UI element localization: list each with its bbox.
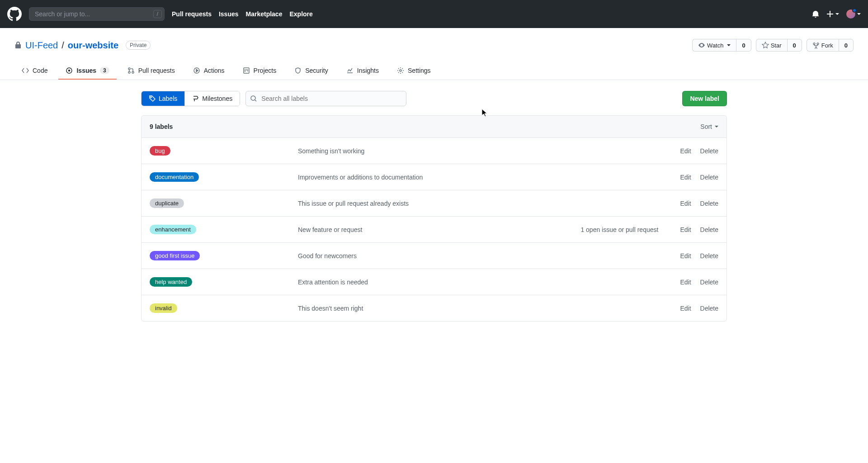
labels-milestones-toggle: Labels Milestones	[141, 91, 240, 106]
delete-label-link[interactable]: Delete	[700, 226, 718, 233]
label-pill[interactable]: enhancement	[150, 225, 196, 234]
user-menu[interactable]	[846, 9, 861, 19]
chevron-down-icon	[715, 126, 718, 128]
edit-label-link[interactable]: Edit	[680, 279, 691, 286]
fork-icon	[812, 42, 820, 49]
svg-point-4	[132, 71, 134, 73]
delete-label-link[interactable]: Delete	[700, 252, 718, 260]
milestones-toggle-label: Milestones	[202, 95, 232, 102]
edit-label-link[interactable]: Edit	[680, 174, 691, 181]
svg-point-9	[251, 96, 255, 100]
edit-label-link[interactable]: Edit	[680, 252, 691, 260]
notifications-icon[interactable]	[812, 10, 819, 18]
play-icon	[193, 67, 200, 74]
chevron-down-icon	[857, 13, 861, 15]
github-logo[interactable]	[7, 7, 22, 21]
edit-label-link[interactable]: Edit	[680, 147, 691, 155]
global-search-input[interactable]	[29, 7, 165, 21]
label-actions: Edit Delete	[680, 200, 718, 207]
svg-point-7	[400, 70, 401, 71]
delete-label-link[interactable]: Delete	[700, 174, 718, 181]
svg-point-8	[151, 97, 151, 98]
nav-pull-requests[interactable]: Pull requests	[172, 10, 212, 18]
tab-code[interactable]: Code	[14, 62, 55, 80]
label-pill[interactable]: help wanted	[150, 277, 192, 287]
label-row: good first issue Good for newcomers Edit…	[142, 243, 726, 269]
watch-count[interactable]: 0	[736, 39, 751, 52]
label-name-cell: bug	[150, 146, 298, 156]
label-pill[interactable]: duplicate	[150, 198, 184, 208]
edit-label-link[interactable]: Edit	[680, 305, 691, 312]
labels-toggle[interactable]: Labels	[142, 91, 184, 106]
delete-label-link[interactable]: Delete	[700, 305, 718, 312]
star-group: Star 0	[756, 39, 802, 52]
tab-label: Insights	[357, 67, 379, 74]
fork-count[interactable]: 0	[839, 39, 854, 52]
new-label-button[interactable]: New label	[682, 91, 727, 106]
tab-settings[interactable]: Settings	[390, 62, 438, 80]
graph-icon	[346, 67, 354, 74]
sort-dropdown[interactable]: Sort	[700, 123, 718, 130]
label-pill[interactable]: bug	[150, 146, 170, 156]
tab-label: Pull requests	[138, 67, 175, 74]
svg-point-2	[128, 68, 130, 70]
label-search-input[interactable]	[245, 91, 406, 106]
label-name-cell: invalid	[150, 303, 298, 313]
path-separator: /	[61, 40, 64, 51]
label-row: bug Something isn't working Edit Delete	[142, 138, 726, 164]
label-pill[interactable]: invalid	[150, 303, 177, 313]
tab-label: Projects	[254, 67, 277, 74]
issue-icon	[66, 67, 73, 74]
labels-subnav: Labels Milestones New label	[141, 91, 727, 106]
milestones-toggle[interactable]: Milestones	[184, 91, 240, 106]
tab-projects[interactable]: Projects	[236, 62, 284, 80]
label-actions: Edit Delete	[680, 252, 718, 260]
label-name-cell: good first issue	[150, 251, 298, 260]
star-label: Star	[771, 42, 782, 49]
eye-icon	[698, 42, 705, 49]
delete-label-link[interactable]: Delete	[700, 200, 718, 207]
labels-list-header: 9 labels Sort	[142, 116, 726, 138]
tab-insights[interactable]: Insights	[339, 62, 386, 80]
watch-group: Watch 0	[692, 39, 751, 52]
tab-label: Code	[33, 67, 47, 74]
create-new-dropdown[interactable]	[826, 10, 839, 18]
label-meta[interactable]: 1 open issue or pull request	[580, 226, 680, 233]
label-actions: Edit Delete	[680, 279, 718, 286]
edit-label-link[interactable]: Edit	[680, 200, 691, 207]
fork-label: Fork	[821, 42, 833, 49]
nav-issues[interactable]: Issues	[219, 10, 239, 18]
repo-title: UI-Feed / our-website Private	[14, 40, 151, 51]
edit-label-link[interactable]: Edit	[680, 226, 691, 233]
tab-issues[interactable]: Issues 3	[58, 62, 116, 80]
fork-button[interactable]: Fork	[807, 39, 839, 52]
repo-name-link[interactable]: our-website	[68, 40, 118, 51]
labels-rows-container: bug Something isn't working Edit Delete …	[142, 138, 726, 321]
tab-security[interactable]: Security	[287, 62, 335, 80]
nav-explore[interactable]: Explore	[289, 10, 312, 18]
tag-icon	[149, 95, 156, 102]
label-pill[interactable]: documentation	[150, 172, 199, 182]
repo-owner-link[interactable]: UI-Feed	[25, 40, 58, 51]
label-row: documentation Improvements or additions …	[142, 164, 726, 190]
privacy-badge: Private	[126, 41, 151, 50]
svg-point-1	[69, 70, 70, 71]
star-count[interactable]: 0	[787, 39, 802, 52]
star-button[interactable]: Star	[756, 39, 787, 52]
global-header: / Pull requests Issues Marketplace Explo…	[0, 0, 868, 28]
tab-pull-requests[interactable]: Pull requests	[120, 62, 182, 80]
label-description: Improvements or additions to documentati…	[298, 174, 580, 181]
delete-label-link[interactable]: Delete	[700, 147, 718, 155]
header-right	[812, 9, 861, 19]
label-name-cell: documentation	[150, 172, 298, 182]
tab-actions[interactable]: Actions	[186, 62, 232, 80]
fork-group: Fork 0	[807, 39, 854, 52]
chevron-down-icon	[835, 13, 839, 15]
delete-label-link[interactable]: Delete	[700, 279, 718, 286]
label-search	[245, 91, 406, 106]
watch-button[interactable]: Watch	[692, 39, 736, 52]
label-row: duplicate This issue or pull request alr…	[142, 190, 726, 217]
label-pill[interactable]: good first issue	[150, 251, 200, 260]
nav-marketplace[interactable]: Marketplace	[246, 10, 283, 18]
label-row: help wanted Extra attention is needed Ed…	[142, 269, 726, 295]
